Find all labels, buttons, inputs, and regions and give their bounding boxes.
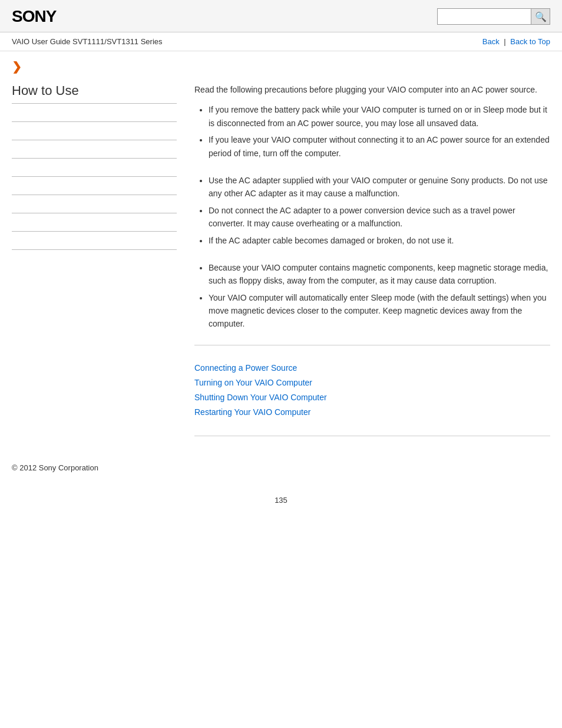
bullet-section-2: Use the AC adapter supplied with your VA… [194, 174, 550, 247]
bullet-list-1: If you remove the battery pack while you… [194, 103, 550, 160]
section-divider-top [194, 345, 550, 345]
sidebar-title: How to Use [12, 83, 177, 104]
sidebar-divider-7 [12, 231, 177, 232]
header: SONY 🔍 [0, 0, 562, 32]
footer: © 2012 Sony Corporation [0, 446, 562, 484]
list-item: Do not connect the AC adapter to a power… [209, 204, 550, 230]
bullet-section-1: If you remove the battery pack while you… [194, 103, 550, 160]
bullet-list-2: Use the AC adapter supplied with your VA… [194, 174, 550, 247]
nav-separator: | [504, 37, 505, 46]
link-turning-on[interactable]: Turning on Your VAIO Computer [194, 375, 550, 390]
list-item: Your VAIO computer will automatically en… [209, 291, 550, 331]
search-area: 🔍 [437, 8, 550, 25]
section-divider-bottom [194, 436, 550, 436]
sidebar-divider-1 [12, 121, 177, 122]
breadcrumb: ❯ [0, 51, 562, 77]
list-item: If the AC adapter cable becomes damaged … [209, 234, 550, 247]
links-section: Connecting a Power Source Turning on You… [194, 355, 550, 426]
back-link[interactable]: Back [482, 37, 500, 46]
sidebar: How to Use [12, 77, 189, 446]
link-connecting-power[interactable]: Connecting a Power Source [194, 361, 550, 375]
sidebar-divider-3 [12, 158, 177, 159]
breadcrumb-arrow: ❯ [12, 60, 22, 73]
search-input[interactable] [437, 8, 531, 25]
sony-logo: SONY [12, 7, 56, 26]
link-restarting[interactable]: Restarting Your VAIO Computer [194, 405, 550, 420]
copyright: © 2012 Sony Corporation [12, 463, 98, 472]
list-item: If you remove the battery pack while you… [209, 103, 550, 130]
back-to-top-link[interactable]: Back to Top [510, 37, 550, 46]
guide-title: VAIO User Guide SVT1111/SVT1311 Series [12, 37, 163, 46]
content-area: Read the following precautions before pl… [189, 77, 550, 446]
sidebar-divider-5 [12, 195, 177, 195]
page-number: 135 [0, 484, 562, 516]
bullet-list-3: Because your VAIO computer contains magn… [194, 261, 550, 331]
nav-links: Back | Back to Top [482, 37, 550, 46]
bullet-section-3: Because your VAIO computer contains magn… [194, 261, 550, 331]
main-content: How to Use Read the following precaution… [0, 77, 562, 446]
list-item: Because your VAIO computer contains magn… [209, 261, 550, 288]
nav-bar: VAIO User Guide SVT1111/SVT1311 Series B… [0, 32, 562, 51]
sidebar-divider-2 [12, 140, 177, 140]
list-item: Use the AC adapter supplied with your VA… [209, 174, 550, 200]
sidebar-divider-6 [12, 213, 177, 213]
sidebar-divider-8 [12, 249, 177, 250]
link-shutting-down[interactable]: Shutting Down Your VAIO Computer [194, 390, 550, 405]
intro-text: Read the following precautions before pl… [194, 83, 550, 96]
sidebar-divider-4 [12, 176, 177, 177]
search-button[interactable]: 🔍 [531, 8, 550, 25]
list-item: If you leave your VAIO computer without … [209, 133, 550, 160]
